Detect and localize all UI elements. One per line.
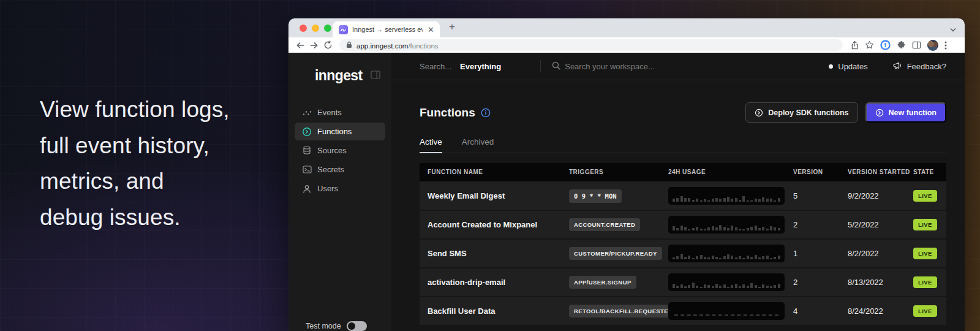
bookmark-star-icon[interactable] <box>865 40 874 50</box>
sidebar: inngest Events Functions <box>288 53 391 331</box>
tab-title: Inngest → serverless event-dri <box>352 26 423 33</box>
megaphone-icon <box>892 61 902 72</box>
inngest-logo: inngest <box>315 67 363 84</box>
sidebar-item-label: Sources <box>317 146 347 155</box>
state-badge: LIVE <box>913 305 937 317</box>
deploy-icon <box>755 108 763 117</box>
table-row[interactable]: Send SMSCUSTOMER/PICKUP.READY18/2/2022LI… <box>420 240 946 267</box>
url-bar[interactable]: app.inngest.com/functions <box>339 39 843 51</box>
new-function-label: New function <box>889 108 937 117</box>
sidebar-collapse-icon[interactable] <box>371 70 380 82</box>
nav-divider <box>540 60 541 72</box>
trigger-cell: 0 9 * * MON <box>569 189 668 203</box>
extensions-puzzle-icon[interactable] <box>897 40 906 50</box>
hero-text: View function logs, full event history, … <box>40 92 230 235</box>
hero-line: metrics, and <box>40 164 230 200</box>
table-row[interactable]: Weekly Email Digest0 9 * * MON59/2/2022L… <box>420 182 946 210</box>
sidebar-item-users[interactable]: Users <box>295 180 385 197</box>
trigger-badge: ACCOUNT.CREATED <box>569 218 640 231</box>
browser-menu-icon[interactable] <box>944 40 947 50</box>
version-started-value: 9/2/2022 <box>848 191 913 200</box>
tab-search-chevron-icon[interactable] <box>949 24 957 35</box>
tab-active[interactable]: Active <box>420 137 442 153</box>
state-cell: LIVE <box>913 276 946 288</box>
version-started-value: 8/24/2022 <box>848 306 913 316</box>
state-cell: LIVE <box>913 190 946 202</box>
function-name: activation-drip-email <box>420 278 569 287</box>
feedback-link[interactable]: Feedback? <box>907 62 946 71</box>
browser-window: Inngest → serverless event-dri ✕ + app.i… <box>288 18 965 331</box>
version-value: 1 <box>793 249 848 258</box>
side-panel-icon[interactable] <box>912 40 921 50</box>
search-icon <box>552 61 560 72</box>
trigger-cell: CUSTOMER/PICKUP.READY <box>569 247 668 260</box>
test-mode-row: Test mode <box>306 321 367 331</box>
sidebar-item-secrets[interactable]: Secrets <box>295 161 385 178</box>
usage-cell <box>668 273 793 291</box>
functions-circle-icon <box>302 127 312 137</box>
usage-cell <box>668 245 793 262</box>
state-badge: LIVE <box>913 248 937 259</box>
inngest-app: inngest Events Functions <box>288 53 965 331</box>
tab-archived[interactable]: Archived <box>462 137 494 153</box>
minimize-window-button[interactable] <box>312 25 319 32</box>
sidebar-item-label: Users <box>317 184 338 193</box>
test-mode-toggle[interactable] <box>347 321 367 331</box>
state-cell: LIVE <box>913 219 946 230</box>
column-header: STATE <box>913 169 946 175</box>
sidebar-item-functions[interactable]: Functions <box>295 123 385 140</box>
reload-icon[interactable] <box>323 40 333 50</box>
database-icon <box>302 146 312 155</box>
function-name: Send SMS <box>420 249 569 258</box>
usage-sparkline <box>668 273 785 291</box>
new-tab-button[interactable]: + <box>449 21 455 33</box>
new-function-button[interactable]: New function <box>865 102 946 123</box>
deploy-sdk-functions-button[interactable]: Deploy SDK functions <box>745 102 858 123</box>
profile-avatar[interactable] <box>927 40 938 51</box>
state-cell: LIVE <box>913 305 946 317</box>
functions-table: FUNCTION NAME TRIGGERS 24H USAGE VERSION… <box>420 163 946 325</box>
sidebar-item-sources[interactable]: Sources <box>295 142 385 159</box>
onepassword-icon[interactable] <box>880 40 891 50</box>
column-header: VERSION STARTED <box>848 169 913 175</box>
back-icon[interactable] <box>295 40 305 50</box>
table-row[interactable]: Backfill User DataRETOOL/BACKFILL.REQUES… <box>420 297 946 325</box>
usage-cell <box>668 302 793 320</box>
table-row[interactable]: activation-drip-emailAPP/USER.SIGNUP28/1… <box>420 268 946 296</box>
version-value: 4 <box>793 306 848 316</box>
function-name: Account Created to Mixpanel <box>420 220 569 229</box>
function-tabs: Active Archived <box>420 137 946 153</box>
url-host: app.inngest.com <box>356 42 408 50</box>
updates-link[interactable]: Updates <box>838 62 867 71</box>
table-row[interactable]: Account Created to MixpanelACCOUNT.CREAT… <box>420 211 946 238</box>
tab-close-icon[interactable]: ✕ <box>427 26 435 34</box>
search-scope[interactable]: Everything <box>460 62 501 71</box>
share-icon[interactable] <box>851 40 859 50</box>
trigger-badge: 0 9 * * MON <box>569 189 622 203</box>
url-path: /functions <box>408 42 438 50</box>
search-label[interactable]: Search... <box>420 62 451 71</box>
workspace-search-input[interactable] <box>565 62 712 71</box>
info-icon[interactable] <box>481 108 491 118</box>
forward-icon[interactable] <box>309 40 319 50</box>
page-title: Functions <box>420 106 475 120</box>
sidebar-item-events[interactable]: Events <box>295 104 385 121</box>
sidebar-item-label: Functions <box>317 127 352 136</box>
version-value: 2 <box>793 278 848 287</box>
updates-dot-icon <box>829 64 833 69</box>
browser-tab[interactable]: Inngest → serverless event-dri ✕ <box>333 21 440 37</box>
toolbar-actions <box>851 40 947 51</box>
maximize-window-button[interactable] <box>324 25 331 32</box>
usage-empty-dashes <box>674 314 778 316</box>
version-value: 2 <box>793 220 848 229</box>
user-icon <box>302 185 312 193</box>
version-started-value: 8/13/2022 <box>848 278 913 287</box>
hero-line: full event history, <box>40 128 230 164</box>
lock-icon <box>346 40 352 51</box>
state-badge: LIVE <box>913 219 937 230</box>
hero-line: debug issues. <box>40 200 230 236</box>
column-header: FUNCTION NAME <box>420 169 569 175</box>
version-started-value: 8/2/2022 <box>848 249 913 258</box>
column-header: TRIGGERS <box>569 169 668 175</box>
close-window-button[interactable] <box>300 25 307 32</box>
